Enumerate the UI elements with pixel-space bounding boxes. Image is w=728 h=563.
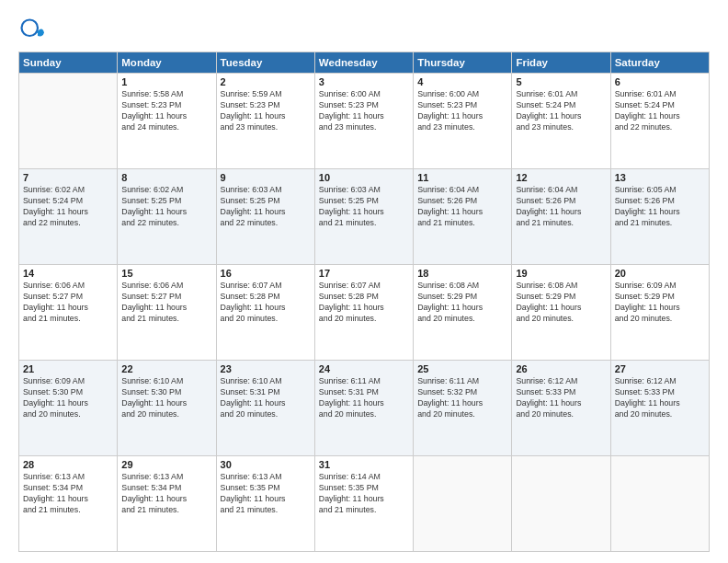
calendar-cell: 10Sunrise: 6:03 AMSunset: 5:25 PMDayligh… — [314, 169, 413, 265]
day-info: Sunrise: 6:14 AMSunset: 5:35 PMDaylight:… — [319, 472, 409, 516]
calendar-week-5: 28Sunrise: 6:13 AMSunset: 5:34 PMDayligh… — [19, 456, 710, 552]
day-number: 4 — [417, 76, 507, 87]
calendar-col-saturday: Saturday — [610, 52, 709, 74]
calendar-cell: 19Sunrise: 6:08 AMSunset: 5:29 PMDayligh… — [512, 265, 610, 361]
day-info: Sunrise: 6:12 AMSunset: 5:33 PMDaylight:… — [516, 376, 606, 420]
day-number: 17 — [319, 268, 409, 279]
calendar-cell: 9Sunrise: 6:03 AMSunset: 5:25 PMDaylight… — [216, 169, 314, 265]
calendar-cell: 11Sunrise: 6:04 AMSunset: 5:26 PMDayligh… — [414, 169, 512, 265]
calendar-cell: 6Sunrise: 6:01 AMSunset: 5:24 PMDaylight… — [610, 74, 709, 169]
day-info: Sunrise: 6:08 AMSunset: 5:29 PMDaylight:… — [417, 281, 507, 325]
calendar-cell: 31Sunrise: 6:14 AMSunset: 5:35 PMDayligh… — [314, 456, 413, 552]
day-number: 13 — [615, 172, 705, 183]
day-number: 31 — [319, 459, 409, 470]
day-info: Sunrise: 6:07 AMSunset: 5:28 PMDaylight:… — [221, 281, 311, 325]
calendar-cell: 12Sunrise: 6:04 AMSunset: 5:26 PMDayligh… — [512, 169, 610, 265]
day-number: 1 — [121, 76, 211, 87]
calendar-col-monday: Monday — [118, 52, 216, 74]
day-info: Sunrise: 6:03 AMSunset: 5:25 PMDaylight:… — [221, 185, 311, 229]
day-info: Sunrise: 6:02 AMSunset: 5:24 PMDaylight:… — [23, 185, 113, 229]
day-number: 24 — [319, 363, 409, 374]
day-number: 5 — [516, 76, 606, 87]
logo-icon — [18, 17, 44, 42]
calendar-col-friday: Friday — [512, 52, 610, 74]
calendar: SundayMondayTuesdayWednesdayThursdayFrid… — [18, 52, 710, 552]
calendar-cell: 4Sunrise: 6:00 AMSunset: 5:23 PMDaylight… — [414, 74, 512, 169]
calendar-cell: 26Sunrise: 6:12 AMSunset: 5:33 PMDayligh… — [512, 361, 610, 456]
calendar-cell: 18Sunrise: 6:08 AMSunset: 5:29 PMDayligh… — [414, 265, 512, 361]
svg-point-0 — [22, 20, 39, 37]
day-info: Sunrise: 6:10 AMSunset: 5:31 PMDaylight:… — [221, 376, 311, 420]
day-info: Sunrise: 5:59 AMSunset: 5:23 PMDaylight:… — [221, 89, 311, 133]
calendar-week-3: 14Sunrise: 6:06 AMSunset: 5:27 PMDayligh… — [19, 265, 710, 361]
day-number: 20 — [615, 268, 705, 279]
calendar-week-2: 7Sunrise: 6:02 AMSunset: 5:24 PMDaylight… — [19, 169, 710, 265]
calendar-cell: 15Sunrise: 6:06 AMSunset: 5:27 PMDayligh… — [118, 265, 216, 361]
day-info: Sunrise: 6:09 AMSunset: 5:29 PMDaylight:… — [615, 281, 705, 325]
day-info: Sunrise: 6:04 AMSunset: 5:26 PMDaylight:… — [516, 185, 606, 229]
calendar-col-tuesday: Tuesday — [216, 52, 314, 74]
calendar-cell — [512, 456, 610, 552]
day-number: 16 — [221, 268, 311, 279]
day-info: Sunrise: 6:01 AMSunset: 5:24 PMDaylight:… — [615, 89, 705, 133]
day-number: 29 — [121, 459, 211, 470]
day-number: 3 — [319, 76, 409, 87]
day-info: Sunrise: 6:09 AMSunset: 5:30 PMDaylight:… — [23, 376, 113, 420]
day-number: 10 — [319, 172, 409, 183]
day-number: 28 — [23, 459, 113, 470]
day-info: Sunrise: 6:13 AMSunset: 5:34 PMDaylight:… — [121, 472, 211, 516]
calendar-col-thursday: Thursday — [414, 52, 512, 74]
calendar-cell: 3Sunrise: 6:00 AMSunset: 5:23 PMDaylight… — [314, 74, 413, 169]
calendar-cell — [19, 74, 118, 169]
day-info: Sunrise: 6:03 AMSunset: 5:25 PMDaylight:… — [319, 185, 409, 229]
calendar-cell: 8Sunrise: 6:02 AMSunset: 5:25 PMDaylight… — [118, 169, 216, 265]
calendar-cell: 21Sunrise: 6:09 AMSunset: 5:30 PMDayligh… — [19, 361, 118, 456]
calendar-cell: 5Sunrise: 6:01 AMSunset: 5:24 PMDaylight… — [512, 74, 610, 169]
day-info: Sunrise: 6:11 AMSunset: 5:31 PMDaylight:… — [319, 376, 409, 420]
calendar-cell: 14Sunrise: 6:06 AMSunset: 5:27 PMDayligh… — [19, 265, 118, 361]
calendar-cell: 25Sunrise: 6:11 AMSunset: 5:32 PMDayligh… — [414, 361, 512, 456]
calendar-cell: 29Sunrise: 6:13 AMSunset: 5:34 PMDayligh… — [118, 456, 216, 552]
calendar-cell — [610, 456, 709, 552]
day-info: Sunrise: 6:02 AMSunset: 5:25 PMDaylight:… — [121, 185, 211, 229]
day-number: 21 — [23, 363, 113, 374]
calendar-week-4: 21Sunrise: 6:09 AMSunset: 5:30 PMDayligh… — [19, 361, 710, 456]
calendar-cell: 2Sunrise: 5:59 AMSunset: 5:23 PMDaylight… — [216, 74, 314, 169]
day-info: Sunrise: 6:05 AMSunset: 5:26 PMDaylight:… — [615, 185, 705, 229]
calendar-col-sunday: Sunday — [19, 52, 118, 74]
calendar-week-1: 1Sunrise: 5:58 AMSunset: 5:23 PMDaylight… — [19, 74, 710, 169]
day-number: 7 — [23, 172, 113, 183]
day-info: Sunrise: 6:00 AMSunset: 5:23 PMDaylight:… — [417, 89, 507, 133]
calendar-cell — [414, 456, 512, 552]
day-info: Sunrise: 6:04 AMSunset: 5:26 PMDaylight:… — [417, 185, 507, 229]
calendar-cell: 22Sunrise: 6:10 AMSunset: 5:30 PMDayligh… — [118, 361, 216, 456]
calendar-cell: 1Sunrise: 5:58 AMSunset: 5:23 PMDaylight… — [118, 74, 216, 169]
calendar-cell: 28Sunrise: 6:13 AMSunset: 5:34 PMDayligh… — [19, 456, 118, 552]
day-number: 30 — [221, 459, 311, 470]
calendar-cell: 23Sunrise: 6:10 AMSunset: 5:31 PMDayligh… — [216, 361, 314, 456]
calendar-header-row: SundayMondayTuesdayWednesdayThursdayFrid… — [19, 52, 710, 74]
day-number: 9 — [221, 172, 311, 183]
day-number: 14 — [23, 268, 113, 279]
day-number: 19 — [516, 268, 606, 279]
day-number: 2 — [221, 76, 311, 87]
day-info: Sunrise: 6:08 AMSunset: 5:29 PMDaylight:… — [516, 281, 606, 325]
logo — [18, 17, 48, 42]
calendar-cell: 20Sunrise: 6:09 AMSunset: 5:29 PMDayligh… — [610, 265, 709, 361]
day-number: 12 — [516, 172, 606, 183]
day-info: Sunrise: 6:13 AMSunset: 5:35 PMDaylight:… — [221, 472, 311, 516]
day-number: 25 — [417, 363, 507, 374]
day-number: 18 — [417, 268, 507, 279]
day-number: 11 — [417, 172, 507, 183]
day-info: Sunrise: 6:06 AMSunset: 5:27 PMDaylight:… — [121, 281, 211, 325]
day-info: Sunrise: 6:13 AMSunset: 5:34 PMDaylight:… — [23, 472, 113, 516]
day-info: Sunrise: 6:11 AMSunset: 5:32 PMDaylight:… — [417, 376, 507, 420]
calendar-cell: 7Sunrise: 6:02 AMSunset: 5:24 PMDaylight… — [19, 169, 118, 265]
day-number: 26 — [516, 363, 606, 374]
calendar-cell: 24Sunrise: 6:11 AMSunset: 5:31 PMDayligh… — [314, 361, 413, 456]
calendar-cell: 27Sunrise: 6:12 AMSunset: 5:33 PMDayligh… — [610, 361, 709, 456]
day-info: Sunrise: 6:00 AMSunset: 5:23 PMDaylight:… — [319, 89, 409, 133]
day-number: 8 — [121, 172, 211, 183]
day-info: Sunrise: 6:06 AMSunset: 5:27 PMDaylight:… — [23, 281, 113, 325]
calendar-cell: 30Sunrise: 6:13 AMSunset: 5:35 PMDayligh… — [216, 456, 314, 552]
